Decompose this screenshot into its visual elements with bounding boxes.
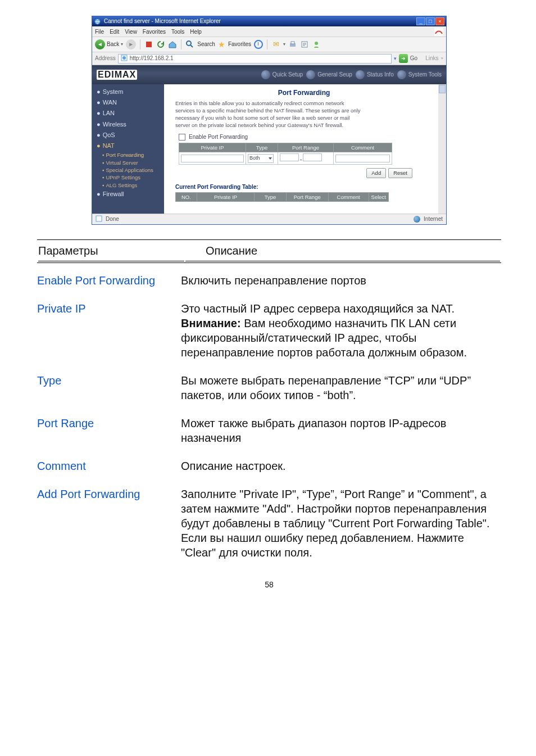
sidebar-item-wan[interactable]: ●WAN bbox=[92, 97, 164, 108]
address-dropdown-icon[interactable]: ▾ bbox=[394, 56, 397, 62]
svg-rect-6 bbox=[291, 42, 294, 44]
ie-throbber-icon bbox=[434, 28, 443, 36]
parameter-name: Private IP bbox=[37, 301, 181, 316]
curr-col-type: Type bbox=[255, 193, 286, 202]
sidebar-item-lan[interactable]: ●LAN bbox=[92, 108, 164, 119]
mail-icon[interactable]: ✉ bbox=[271, 40, 280, 49]
ie-titlebar: Cannot find server - Microsoft Internet … bbox=[92, 16, 446, 26]
search-icon[interactable] bbox=[185, 40, 194, 49]
sidebar-sub-virtual-server[interactable]: ▪Virtual Server bbox=[92, 159, 164, 166]
ie-window: Cannot find server - Microsoft Internet … bbox=[92, 16, 447, 225]
toolbar-separator bbox=[267, 39, 267, 49]
mail-dropdown-icon[interactable]: ▾ bbox=[283, 42, 285, 47]
menu-file[interactable]: File bbox=[95, 29, 104, 35]
menu-edit[interactable]: Edit bbox=[110, 29, 119, 35]
parameter-description: Заполните "Private IP", “Type”, “Port Ra… bbox=[181, 487, 501, 560]
edimax-logo: EDIMAX bbox=[97, 70, 137, 80]
window-close-button[interactable]: × bbox=[435, 17, 444, 25]
back-dropdown-icon[interactable]: ▾ bbox=[121, 42, 123, 47]
globe-icon bbox=[306, 70, 315, 79]
menu-tools[interactable]: Tools bbox=[171, 29, 184, 35]
port-range-start-input[interactable] bbox=[280, 153, 299, 161]
window-minimize-button[interactable]: _ bbox=[416, 17, 425, 25]
curr-col-comment: Comment bbox=[328, 193, 369, 202]
menu-favorites[interactable]: Favorites bbox=[143, 29, 166, 35]
globe-icon bbox=[397, 70, 406, 79]
go-label: Go bbox=[410, 55, 417, 62]
parameters-table-header: Параметры Описание bbox=[37, 239, 501, 263]
print-icon[interactable] bbox=[288, 40, 297, 49]
refresh-icon[interactable] bbox=[156, 40, 165, 49]
favorites-icon[interactable]: ★ bbox=[218, 40, 225, 48]
globe-icon bbox=[261, 70, 270, 79]
stop-icon[interactable] bbox=[144, 40, 153, 49]
sidebar-sub-alg-settings[interactable]: ▪ALG Settings bbox=[92, 182, 164, 189]
ie-logo-icon bbox=[94, 18, 101, 25]
header-parameters: Параметры bbox=[38, 241, 184, 261]
svg-point-10 bbox=[122, 56, 126, 60]
curr-col-port-range: Port Range bbox=[286, 193, 328, 202]
back-button[interactable]: ◄ Back ▾ bbox=[95, 39, 123, 49]
svg-point-8 bbox=[315, 42, 318, 45]
forward-button[interactable]: ► bbox=[126, 39, 136, 49]
back-label: Back bbox=[107, 41, 119, 48]
parameter-name: Type bbox=[37, 373, 181, 388]
svg-rect-1 bbox=[434, 28, 443, 36]
history-icon[interactable] bbox=[254, 40, 263, 49]
status-text: Done bbox=[106, 216, 119, 223]
parameter-description: Вы можете выбрать перенаправление “TCP” … bbox=[181, 373, 501, 402]
parameter-name: Enable Port Forwarding bbox=[37, 273, 181, 288]
sidebar-sub-special-applications[interactable]: ▪Special Applications bbox=[92, 166, 164, 174]
links-chevron-icon[interactable]: » bbox=[441, 56, 443, 61]
go-button[interactable]: ➔ bbox=[399, 54, 408, 63]
add-button[interactable]: Add bbox=[366, 168, 386, 178]
toolbar-separator bbox=[140, 39, 140, 49]
current-port-forwarding-table: NO. Private IP Type Port Range Comment S… bbox=[175, 192, 389, 202]
sidebar-sub-port-forwarding[interactable]: ▪Port Forwarding bbox=[92, 151, 164, 159]
type-select[interactable]: Both bbox=[248, 154, 274, 163]
parameter-description: Это частный IP адрес сервера находящийся… bbox=[181, 301, 501, 360]
toolbar-separator bbox=[181, 39, 181, 49]
content-pane: Port Forwarding Entries in this table al… bbox=[164, 84, 446, 214]
links-label[interactable]: Links bbox=[425, 55, 438, 62]
sidebar-sub-upnp-settings[interactable]: ▪UPnP Settings bbox=[92, 174, 164, 181]
tab-system-tools[interactable]: System Tools bbox=[397, 70, 442, 79]
menu-help[interactable]: Help bbox=[190, 29, 202, 35]
parameter-row: Add Port ForwardingЗаполните "Private IP… bbox=[37, 480, 501, 567]
page-title: Port Forwarding bbox=[175, 89, 433, 97]
sidebar-item-system[interactable]: ●System bbox=[92, 87, 164, 97]
home-icon[interactable] bbox=[168, 40, 177, 49]
svg-line-4 bbox=[190, 45, 193, 47]
enable-port-forwarding-row[interactable]: Enable Port Forwarding bbox=[179, 134, 433, 141]
tab-quick-setup[interactable]: Quick Setup bbox=[261, 70, 303, 79]
address-input[interactable]: http://192.168.2.1 bbox=[118, 54, 392, 64]
favorites-label[interactable]: Favorites bbox=[228, 41, 251, 48]
parameter-description: Включить перенаправление портов bbox=[181, 273, 501, 288]
parameter-description: Может также выбрать диапазон портов IP-а… bbox=[181, 416, 501, 445]
sidebar-item-qos[interactable]: ●QoS bbox=[92, 130, 164, 141]
col-private-ip: Private IP bbox=[179, 143, 246, 152]
tab-status-info[interactable]: Status Info bbox=[356, 70, 394, 79]
tab-general-setup[interactable]: General Seup bbox=[306, 70, 352, 79]
sidebar: ●System ●WAN ●LAN ●Wireless ●QoS ●NAT ▪P… bbox=[92, 84, 164, 214]
search-label[interactable]: Search bbox=[197, 41, 215, 48]
parameter-name: Add Port Forwarding bbox=[37, 487, 181, 501]
port-range-end-input[interactable] bbox=[303, 153, 322, 161]
edit-icon[interactable] bbox=[300, 40, 309, 49]
messenger-icon[interactable] bbox=[312, 40, 321, 49]
private-ip-input[interactable] bbox=[181, 155, 244, 162]
comment-input[interactable] bbox=[335, 155, 390, 162]
sidebar-item-wireless[interactable]: ●Wireless bbox=[92, 119, 164, 130]
sidebar-item-nat[interactable]: ●NAT bbox=[92, 141, 164, 151]
enable-checkbox[interactable] bbox=[179, 134, 185, 141]
sidebar-item-firewall[interactable]: ●Firewall bbox=[92, 189, 164, 200]
window-maximize-button[interactable]: □ bbox=[426, 17, 435, 25]
address-value: http://192.168.2.1 bbox=[130, 55, 174, 62]
parameter-name: Comment bbox=[37, 459, 181, 473]
status-page-icon bbox=[96, 215, 102, 224]
ie-menubar: File Edit View Favorites Tools Help bbox=[92, 26, 446, 37]
reset-button[interactable]: Reset bbox=[388, 168, 412, 178]
page-icon bbox=[121, 55, 128, 63]
menu-view[interactable]: View bbox=[125, 29, 137, 35]
content-scrollbar[interactable] bbox=[438, 84, 446, 214]
